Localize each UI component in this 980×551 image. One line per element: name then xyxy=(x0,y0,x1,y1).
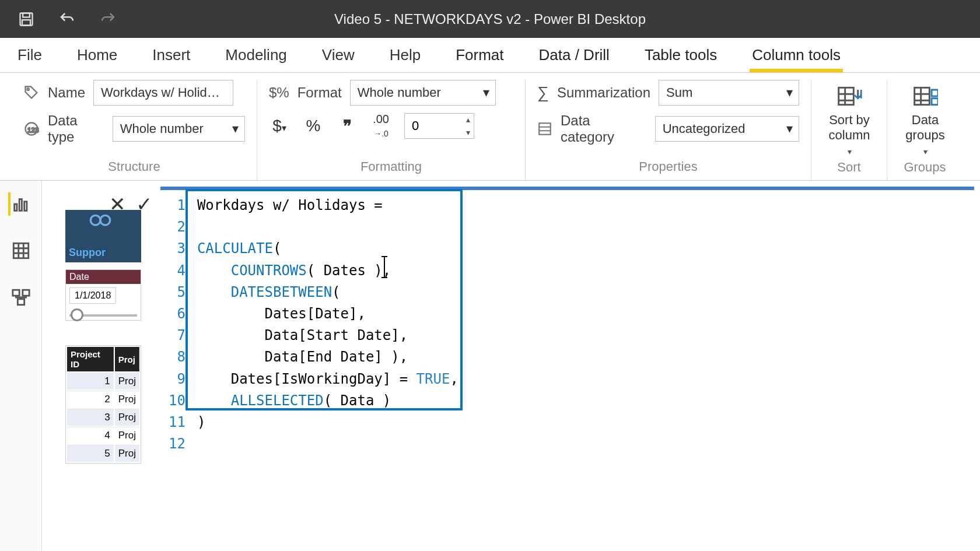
line-gutter: 123456789101112 xyxy=(160,190,191,459)
table-row[interactable]: 3Proj xyxy=(67,409,139,426)
menu-bar: File Home Insert Modeling View Help Form… xyxy=(0,38,980,73)
name-label: Name xyxy=(48,85,85,101)
decimal-auto-button[interactable]: .00→.0 xyxy=(370,113,391,139)
chevron-down-icon: ▾ xyxy=(923,147,928,156)
menu-insert[interactable]: Insert xyxy=(152,46,190,64)
menu-modeling[interactable]: Modeling xyxy=(225,46,287,64)
chevron-down-icon: ▾ xyxy=(786,85,793,100)
svg-rect-8 xyxy=(915,87,930,104)
menu-table-tools[interactable]: Table tools xyxy=(645,46,717,64)
slicer-header: Date xyxy=(66,270,141,284)
menu-column-tools[interactable]: Column tools xyxy=(752,46,841,64)
format-select[interactable]: Whole number ▾ xyxy=(350,80,496,106)
support-card: Suppor xyxy=(65,210,141,262)
group-properties-label: Properties xyxy=(537,156,799,180)
report-canvas: ✕ ✓ 123456789101112 Workdays w/ Holidays… xyxy=(42,181,980,551)
menu-view[interactable]: View xyxy=(322,46,355,64)
chevron-down-icon: ▾ xyxy=(232,121,239,136)
table-row[interactable]: 4Proj xyxy=(67,427,139,444)
slicer-start-date[interactable]: 1/1/2018 xyxy=(69,287,116,304)
tag-icon xyxy=(23,85,40,101)
slider-thumb[interactable] xyxy=(71,308,83,321)
obscured-visuals: Suppor Date 1/1/2018 Project IDProj 1Pro… xyxy=(65,210,141,464)
chevron-down-icon: ▾ xyxy=(483,85,489,100)
svg-rect-15 xyxy=(12,290,19,296)
decimal-places-spinner[interactable]: 0 ▴▾ xyxy=(404,113,474,139)
menu-format[interactable]: Format xyxy=(456,46,503,64)
summarization-select[interactable]: Sum ▾ xyxy=(659,80,799,106)
menu-file[interactable]: File xyxy=(18,46,42,64)
slicer-slider[interactable] xyxy=(69,314,137,317)
summarization-label: Summarization xyxy=(557,85,650,101)
name-input[interactable]: Workdays w/ Holid… xyxy=(93,80,233,106)
menu-help[interactable]: Help xyxy=(390,46,421,64)
group-structure-label: Structure xyxy=(23,156,245,180)
group-groups-label: Groups xyxy=(899,156,951,181)
table-row[interactable]: 2Proj xyxy=(67,391,139,408)
undo-icon[interactable] xyxy=(58,10,76,28)
group-formatting-label: Formatting xyxy=(269,156,513,180)
table-row[interactable]: 1Proj xyxy=(67,373,139,389)
table-header[interactable]: Project ID xyxy=(67,347,114,371)
thousands-separator-button[interactable]: ❞ xyxy=(337,117,358,136)
spinner-up-icon[interactable]: ▴ xyxy=(466,115,470,124)
svg-rect-12 xyxy=(19,199,22,211)
date-slicer[interactable]: Date 1/1/2018 xyxy=(65,269,141,321)
text-cursor xyxy=(378,255,391,281)
sigma-icon: ∑ xyxy=(537,83,549,102)
save-icon[interactable] xyxy=(18,10,35,28)
svg-point-19 xyxy=(100,215,110,225)
svg-rect-14 xyxy=(13,243,29,258)
model-view-icon[interactable] xyxy=(9,286,33,309)
data-category-label: Data category xyxy=(561,113,647,145)
dax-editor[interactable]: 123456789101112 Workdays w/ Holidays = C… xyxy=(160,187,974,459)
table-header[interactable]: Proj xyxy=(115,347,139,371)
project-table[interactable]: Project IDProj 1Proj2Proj3Proj4Proj5Proj xyxy=(65,345,141,464)
format-label: Format xyxy=(298,85,342,101)
svg-rect-16 xyxy=(22,290,29,296)
svg-rect-10 xyxy=(932,99,938,105)
data-type-select[interactable]: Whole number ▾ xyxy=(113,116,245,142)
data-groups-button[interactable]: Data groups ▾ xyxy=(899,80,951,156)
data-category-select[interactable]: Uncategorized ▾ xyxy=(655,116,799,142)
redo-icon[interactable] xyxy=(99,10,117,28)
chevron-down-icon: ▾ xyxy=(786,121,793,136)
ribbon: Name Workdays w/ Holid… 123 Data type Wh… xyxy=(0,73,980,181)
code-area[interactable]: Workdays w/ Holidays = CALCULATE( COUNTR… xyxy=(191,190,464,459)
currency-button[interactable]: $▾ xyxy=(269,117,290,135)
svg-rect-17 xyxy=(18,299,24,305)
data-view-icon[interactable] xyxy=(9,239,33,262)
svg-text:123: 123 xyxy=(27,126,38,134)
svg-point-3 xyxy=(27,88,29,90)
sort-by-column-button[interactable]: Sort by column ▾ xyxy=(823,80,876,156)
group-sort-label: Sort xyxy=(823,156,875,181)
svg-rect-2 xyxy=(22,20,30,25)
svg-rect-7 xyxy=(839,87,854,104)
format-icon: $% xyxy=(269,85,289,101)
data-type-icon: 123 xyxy=(23,121,40,137)
data-type-label: Data type xyxy=(48,113,104,145)
percent-button[interactable]: % xyxy=(303,117,324,135)
report-view-icon[interactable] xyxy=(8,192,32,216)
formula-bar: ✕ ✓ 123456789101112 Workdays w/ Holidays… xyxy=(109,187,974,459)
svg-point-18 xyxy=(90,215,100,225)
window-title: Video 5 - NETWORKDAYS v2 - Power BI Desk… xyxy=(334,11,646,27)
menu-data-drill[interactable]: Data / Drill xyxy=(539,46,610,64)
svg-rect-9 xyxy=(932,90,938,96)
svg-rect-6 xyxy=(539,123,551,135)
svg-rect-1 xyxy=(23,13,30,17)
svg-rect-13 xyxy=(24,202,26,211)
spinner-down-icon[interactable]: ▾ xyxy=(466,128,470,137)
data-category-icon xyxy=(537,121,552,136)
menu-home[interactable]: Home xyxy=(77,46,117,64)
chevron-down-icon: ▾ xyxy=(848,147,852,156)
title-bar: Video 5 - NETWORKDAYS v2 - Power BI Desk… xyxy=(0,0,980,38)
view-rail xyxy=(0,181,42,551)
table-row[interactable]: 5Proj xyxy=(67,445,139,462)
svg-rect-11 xyxy=(14,204,16,210)
